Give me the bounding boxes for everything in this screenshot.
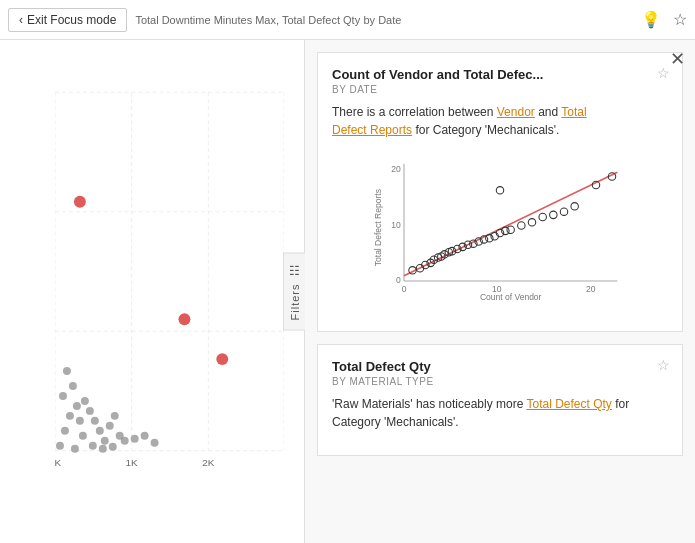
card-2-pin-button[interactable]: ☆ xyxy=(657,357,670,373)
x-label-1k: 1K xyxy=(126,457,139,468)
card-2-defectqty-link[interactable]: Total Defect Qty xyxy=(526,397,611,411)
chart-title-main: Total Downtime Minutes Max, Total Defect… xyxy=(135,14,360,26)
main-scatter-svg: 1.0M 0.5M 0.0M 0K 1K 2K xyxy=(55,60,284,483)
card-2-description: 'Raw Materials' has noticeably more Tota… xyxy=(332,395,668,431)
svg-point-21 xyxy=(111,412,119,420)
svg-point-60 xyxy=(518,222,525,229)
close-button[interactable]: ✕ xyxy=(670,48,685,70)
insight-card-1: ☆ Count of Vendor and Total Defec... BY … xyxy=(317,52,683,332)
svg-point-15 xyxy=(76,417,84,425)
mini-scatter-svg: Total Defect Reports Count of Vendor 0 1… xyxy=(332,153,668,313)
svg-point-62 xyxy=(539,213,546,220)
mini-y-10: 10 xyxy=(391,220,401,230)
svg-point-13 xyxy=(81,397,89,405)
card-1-vendor-link[interactable]: Vendor xyxy=(497,105,535,119)
card-1-title: Count of Vendor and Total Defec... xyxy=(332,67,668,82)
left-panel: 1.0M 0.5M 0.0M 0K 1K 2K xyxy=(0,40,305,543)
filters-label: Filters xyxy=(289,283,301,320)
svg-point-17 xyxy=(61,427,69,435)
svg-point-27 xyxy=(151,439,159,447)
svg-point-16 xyxy=(91,417,99,425)
svg-point-30 xyxy=(89,442,97,450)
exit-focus-label: Exit Focus mode xyxy=(27,13,116,27)
main-chart-area: 1.0M 0.5M 0.0M 0K 1K 2K xyxy=(0,40,304,543)
card-1-desc-post: for Category 'Mechanicals'. xyxy=(412,123,559,137)
svg-point-12 xyxy=(66,412,74,420)
x-label-0k: 0K xyxy=(55,457,61,468)
svg-point-18 xyxy=(79,432,87,440)
chart-title: Total Downtime Minutes Max, Total Defect… xyxy=(135,13,633,27)
svg-point-24 xyxy=(121,437,129,445)
filter-icon: ☷ xyxy=(289,263,300,277)
card-1-desc-mid: and xyxy=(535,105,561,119)
mini-x-label: Count of Vendor xyxy=(480,292,542,302)
svg-point-32 xyxy=(109,443,117,451)
card-1-subtitle: BY DATE xyxy=(332,84,668,95)
exit-focus-button[interactable]: ‹ Exit Focus mode xyxy=(8,8,127,32)
insight-card-2: ☆ Total Defect Qty BY MATERIAL TYPE 'Raw… xyxy=(317,344,683,456)
filters-tab[interactable]: ☷ Filters xyxy=(283,252,305,331)
svg-point-33 xyxy=(74,196,86,208)
svg-point-66 xyxy=(496,187,503,194)
svg-point-31 xyxy=(99,445,107,453)
top-bar: ‹ Exit Focus mode Total Downtime Minutes… xyxy=(0,0,695,40)
card-2-title: Total Defect Qty xyxy=(332,359,668,374)
lightbulb-icon[interactable]: 💡 xyxy=(641,10,661,29)
svg-point-25 xyxy=(131,435,139,443)
main-content: 1.0M 0.5M 0.0M 0K 1K 2K xyxy=(0,40,695,543)
svg-point-8 xyxy=(63,367,71,375)
svg-point-29 xyxy=(71,445,79,453)
mini-x-0: 0 xyxy=(402,284,407,294)
svg-point-19 xyxy=(96,427,104,435)
svg-point-63 xyxy=(550,211,557,218)
chevron-left-icon: ‹ xyxy=(19,13,23,27)
mini-x-10: 10 xyxy=(492,284,502,294)
svg-point-65 xyxy=(571,203,578,210)
svg-point-11 xyxy=(73,402,81,410)
mini-y-20: 20 xyxy=(391,164,401,174)
card-2-desc-pre: 'Raw Materials' has noticeably more xyxy=(332,397,526,411)
card-1-pin-button[interactable]: ☆ xyxy=(657,65,670,81)
mini-x-20: 20 xyxy=(586,284,596,294)
svg-point-34 xyxy=(178,313,190,325)
svg-point-10 xyxy=(59,392,67,400)
svg-point-22 xyxy=(101,437,109,445)
pin-icon[interactable]: ☆ xyxy=(673,10,687,29)
top-bar-icons: 💡 ☆ xyxy=(641,10,687,29)
svg-point-9 xyxy=(69,382,77,390)
card-2-subtitle: BY MATERIAL TYPE xyxy=(332,376,668,387)
svg-point-20 xyxy=(106,422,114,430)
svg-point-28 xyxy=(56,442,64,450)
svg-point-14 xyxy=(86,407,94,415)
svg-point-35 xyxy=(216,353,228,365)
svg-point-61 xyxy=(528,219,535,226)
mini-y-label: Total Defect Reports xyxy=(373,189,383,266)
right-panel: ✕ ☆ Count of Vendor and Total Defec... B… xyxy=(305,40,695,543)
svg-point-26 xyxy=(141,432,149,440)
chart-title-suffix: by Date xyxy=(364,14,402,26)
mini-y-0: 0 xyxy=(396,275,401,285)
x-label-2k: 2K xyxy=(202,457,215,468)
svg-point-59 xyxy=(507,226,514,233)
card-1-description: There is a correlation between Vendor an… xyxy=(332,103,668,139)
card-1-desc-pre: There is a correlation between xyxy=(332,105,497,119)
svg-point-64 xyxy=(560,208,567,215)
